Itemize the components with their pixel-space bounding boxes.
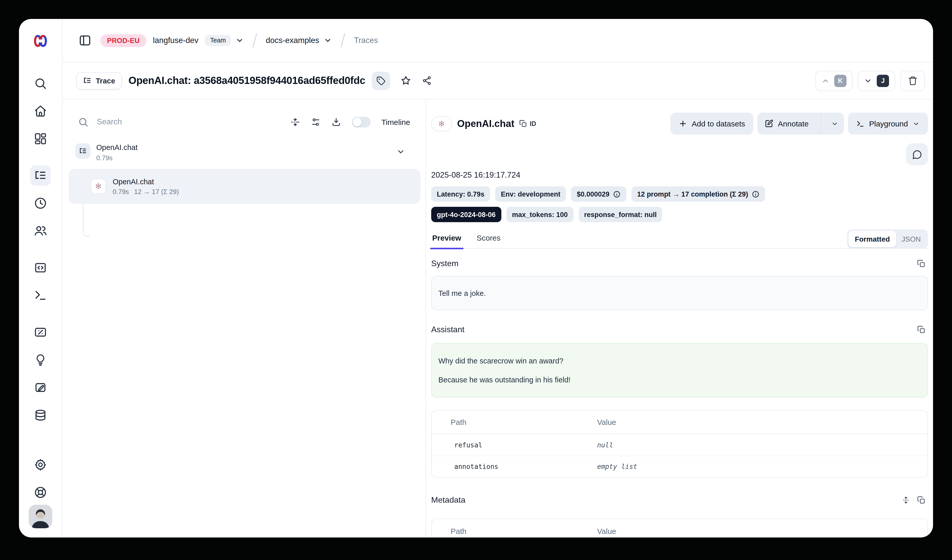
sidebar-item-playground[interactable] [30, 285, 51, 305]
annotate-button[interactable]: Annotate [757, 113, 816, 135]
row-path: refusal [432, 441, 597, 449]
dashboard-grid-icon [34, 132, 47, 145]
chevron-down-icon [864, 77, 872, 85]
cost-badge: $0.000029 [571, 186, 627, 202]
org-switcher-button[interactable] [236, 36, 244, 45]
percent-card-icon [34, 326, 47, 339]
user-avatar[interactable] [29, 505, 52, 528]
search-input[interactable] [96, 117, 283, 127]
tree-root-duration: 0.79s [96, 154, 138, 162]
trace-tree: OpenAI.chat 0.79s ✻ OpenAI.chat [62, 143, 425, 204]
column-header-path: Path [432, 418, 597, 426]
sidebar-item-annotation[interactable] [30, 377, 51, 398]
metric-badges: Latency: 0.79s Env: development $0.00002… [431, 186, 928, 202]
trace-tree-icon [34, 169, 47, 182]
terminal-icon [34, 289, 47, 302]
breadcrumb-page[interactable]: Traces [354, 36, 378, 45]
star-icon [400, 75, 411, 86]
expand-metadata-button[interactable] [902, 496, 910, 504]
format-toggle-formatted[interactable]: Formatted [848, 231, 896, 247]
app-window: PROD-EU langfuse-dev Team docs-examples … [19, 19, 933, 537]
row-path: annotations [432, 463, 597, 471]
add-to-datasets-button[interactable]: Add to datasets [670, 113, 754, 135]
copy-id-button[interactable]: ID [519, 120, 536, 128]
sidebar-item-prompts[interactable] [30, 258, 51, 278]
favorite-button[interactable] [397, 72, 414, 89]
chevron-down-icon [236, 36, 244, 45]
project-name[interactable]: docs-examples [266, 36, 319, 45]
file-code-icon [34, 261, 47, 275]
tree-search-row: Timeline [62, 111, 425, 133]
home-icon [34, 105, 47, 118]
sidebar-item-settings[interactable] [30, 455, 51, 475]
gear-icon [34, 458, 47, 471]
view-settings-button[interactable] [311, 117, 321, 127]
database-icon [34, 409, 47, 422]
copy-system-button[interactable] [917, 259, 926, 268]
copy-icon [917, 496, 926, 504]
panel-left-icon [78, 34, 92, 47]
delete-trace-button[interactable] [900, 70, 925, 91]
observation-actions: Add to datasets Annotate [670, 113, 928, 135]
key-cap-j: J [877, 74, 889, 87]
next-trace-button[interactable]: J [858, 70, 895, 91]
observation-header: ✻ OpenAI.chat ID Add to datasets [431, 113, 928, 135]
download-button[interactable] [331, 117, 341, 127]
fold-vertical-icon [291, 117, 300, 127]
prev-trace-button[interactable]: K [815, 70, 853, 91]
org-logo-icon[interactable] [19, 19, 62, 62]
org-name[interactable]: langfuse-dev [153, 36, 198, 45]
terminal-icon [856, 120, 864, 128]
collapse-node-button[interactable] [396, 147, 405, 156]
tag-button[interactable] [372, 71, 391, 90]
sidebar-item-users[interactable] [30, 221, 51, 241]
pen-square-icon [765, 119, 773, 128]
output-detail-table: Path Value refusal null annotations empt… [431, 410, 928, 478]
breadcrumb-separator [339, 32, 348, 49]
sidebar-item-support[interactable] [30, 482, 51, 503]
assistant-message-card: Why did the scarecrow win an award? Beca… [431, 343, 928, 398]
copy-icon [917, 326, 926, 334]
trace-type-label: Trace [96, 77, 115, 85]
key-cap-k: K [834, 74, 847, 87]
trace-type-badge: Trace [76, 72, 122, 89]
search-icon [34, 77, 47, 90]
assistant-section-header: Assistant [431, 324, 928, 336]
playground-button[interactable]: Playground [848, 113, 928, 135]
tree-child-name: OpenAI.chat [113, 177, 179, 185]
comments-button[interactable] [906, 143, 928, 165]
share-button[interactable] [418, 72, 436, 89]
share-icon [422, 76, 432, 85]
collapse-all-button[interactable] [291, 117, 300, 127]
metadata-table: Path Value [431, 518, 928, 537]
copy-assistant-button[interactable] [917, 326, 926, 334]
sidebar-item-search[interactable] [30, 73, 51, 94]
table-row: annotations empty list [432, 455, 927, 477]
format-toggle-json[interactable]: JSON [896, 235, 926, 243]
sidebar-item-dashboards[interactable] [30, 128, 51, 149]
sidebar-item-datasets[interactable] [30, 405, 51, 425]
copy-metadata-button[interactable] [917, 496, 926, 504]
tree-root-item[interactable]: OpenAI.chat 0.79s [62, 143, 425, 162]
project-switcher-button[interactable] [324, 36, 332, 45]
model-badge[interactable]: gpt-4o-2024-08-06 [431, 207, 501, 222]
sidebar-toggle-button[interactable] [76, 32, 94, 49]
timeline-toggle[interactable] [352, 116, 371, 127]
tree-root-name: OpenAI.chat [96, 143, 138, 151]
tree-child-item-selected[interactable]: ✻ OpenAI.chat 0.79s 12 → 17 (Σ 29) [69, 169, 420, 204]
tree-toolbar: Timeline [291, 116, 410, 127]
sidebar-item-insights[interactable] [30, 350, 51, 370]
annotate-dropdown-button[interactable] [825, 113, 844, 135]
sidebar-item-evaluation[interactable] [30, 322, 51, 342]
sidebar-item-home[interactable] [30, 101, 51, 121]
tab-preview[interactable]: Preview [431, 233, 462, 248]
column-header-value: Value [597, 418, 616, 426]
copy-icon [519, 120, 527, 128]
tab-scores[interactable]: Scores [476, 233, 501, 248]
sidebar-item-tracing[interactable] [30, 165, 51, 186]
plus-icon [678, 119, 687, 128]
trace-tree-panel: Timeline OpenAI.chat 0.79s [62, 99, 426, 537]
model-badges: gpt-4o-2024-08-06 max_tokens: 100 respon… [431, 207, 928, 222]
row-value: null [597, 441, 613, 449]
sidebar-item-sessions[interactable] [30, 193, 51, 213]
